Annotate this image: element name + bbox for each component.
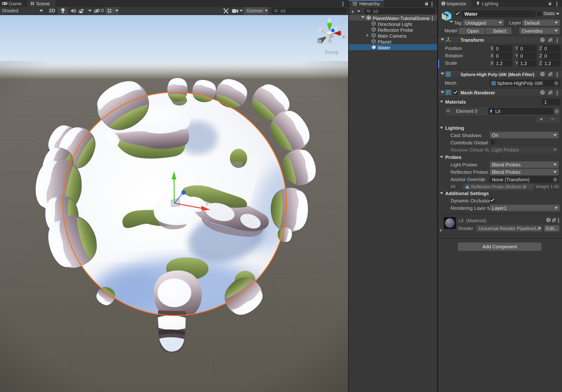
svg-text:?: ? <box>542 91 544 94</box>
svg-text:Persp: Persp <box>325 49 339 55</box>
svg-text:?: ? <box>542 72 544 76</box>
svg-text:z: z <box>335 25 337 31</box>
svg-text:x: x <box>342 34 345 39</box>
svg-text:Y: Y <box>109 11 111 14</box>
svg-text:?: ? <box>548 218 550 222</box>
svg-text:?: ? <box>542 38 544 42</box>
svg-text:y: y <box>328 17 331 22</box>
